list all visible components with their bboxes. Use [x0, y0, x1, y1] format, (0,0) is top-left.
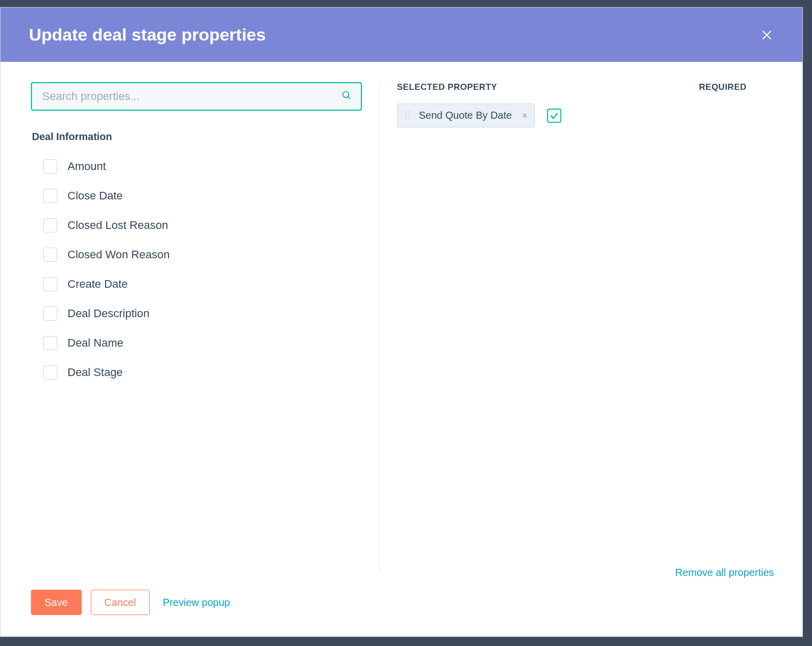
modal-title: Update deal stage properties: [29, 25, 266, 45]
property-item[interactable]: Create Date: [43, 269, 362, 299]
svg-point-10: [405, 118, 407, 119]
svg-point-8: [405, 115, 407, 117]
search-icon: [342, 90, 352, 103]
cancel-button[interactable]: Cancel: [91, 590, 150, 615]
modal-footer: Save Cancel Preview popup: [1, 571, 802, 636]
check-icon: [549, 111, 559, 121]
svg-point-5: [409, 110, 410, 112]
svg-point-11: [409, 118, 410, 119]
close-button[interactable]: [760, 28, 774, 42]
property-item[interactable]: Close Date: [43, 181, 362, 211]
property-checkbox[interactable]: [43, 189, 57, 203]
property-group-label: Deal Information: [32, 131, 362, 143]
selected-property-label: Send Quote By Date: [419, 110, 515, 121]
property-list: AmountClose DateClosed Lost ReasonClosed…: [31, 152, 362, 387]
close-icon: [761, 29, 773, 41]
selected-properties-pane: SELECTED PROPERTY REQUIRED: [379, 82, 772, 571]
property-checkbox[interactable]: [43, 277, 57, 291]
search-input[interactable]: [41, 89, 342, 104]
property-label: Deal Name: [67, 336, 123, 350]
svg-point-7: [409, 113, 410, 114]
property-checkbox[interactable]: [43, 218, 57, 232]
selected-property-heading: SELECTED PROPERTY: [397, 82, 497, 92]
property-item[interactable]: Amount: [43, 152, 362, 181]
svg-point-4: [405, 110, 407, 112]
property-label: Closed Won Reason: [67, 248, 170, 261]
property-item[interactable]: Deal Stage: [43, 358, 362, 387]
property-label: Close Date: [67, 189, 123, 202]
svg-point-6: [405, 113, 407, 114]
required-checkbox[interactable]: [547, 109, 561, 123]
modal-update-deal-stage-properties: Update deal stage properties: [0, 7, 803, 637]
property-item[interactable]: Deal Name: [43, 328, 362, 358]
modal-body: Deal Information AmountClose DateClosed …: [1, 62, 802, 571]
svg-point-2: [343, 92, 349, 98]
svg-point-9: [409, 115, 410, 117]
property-label: Create Date: [67, 278, 128, 291]
property-item[interactable]: Closed Won Reason: [43, 240, 362, 269]
required-heading: REQUIRED: [699, 82, 772, 92]
selected-property-pill[interactable]: Send Quote By Date ×: [397, 104, 535, 127]
drag-handle-icon[interactable]: [404, 109, 412, 122]
property-checkbox[interactable]: [43, 336, 57, 350]
property-item[interactable]: Closed Lost Reason: [43, 211, 362, 240]
property-label: Amount: [67, 160, 106, 173]
property-label: Deal Stage: [67, 366, 123, 379]
remove-all-properties-link[interactable]: Remove all properties: [675, 567, 774, 579]
selected-property-row: Send Quote By Date ×: [397, 104, 772, 127]
preview-popup-link[interactable]: Preview popup: [163, 597, 230, 608]
save-button[interactable]: Save: [31, 590, 82, 615]
property-checkbox[interactable]: [43, 365, 57, 380]
property-checkbox[interactable]: [43, 307, 57, 321]
svg-line-3: [348, 97, 350, 99]
property-checkbox[interactable]: [43, 248, 57, 262]
property-label: Closed Lost Reason: [67, 219, 168, 232]
remove-property-button[interactable]: ×: [522, 111, 528, 120]
modal-header: Update deal stage properties: [1, 8, 802, 62]
search-field-wrap[interactable]: [31, 82, 362, 111]
property-label: Deal Description: [67, 307, 149, 320]
property-checkbox[interactable]: [43, 159, 57, 174]
property-item[interactable]: Deal Description: [43, 299, 362, 328]
available-properties-pane: Deal Information AmountClose DateClosed …: [31, 82, 379, 571]
